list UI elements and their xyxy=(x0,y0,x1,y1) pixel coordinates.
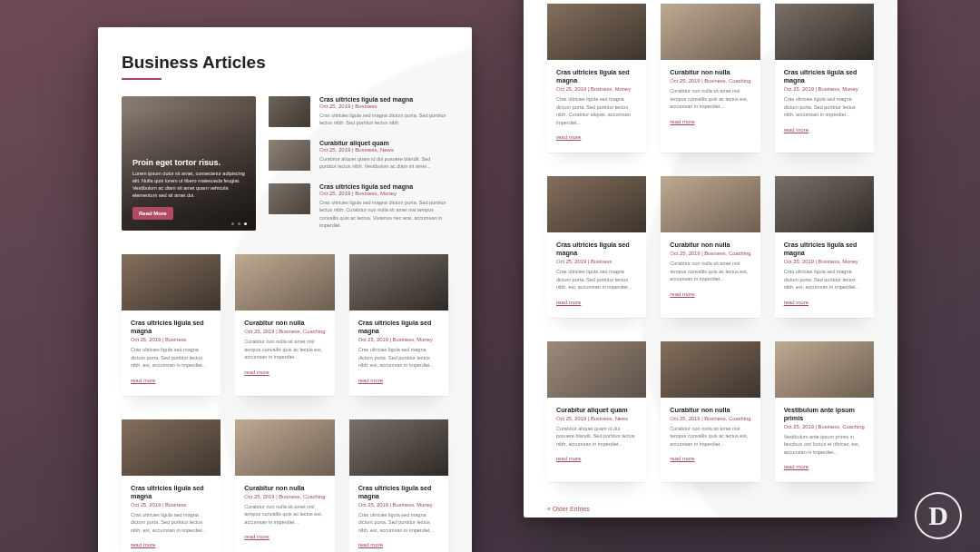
card-thumbnail xyxy=(661,176,760,232)
title-underline xyxy=(122,78,162,80)
item-meta: Oct 25, 2019 | Business, Money xyxy=(319,191,448,196)
article-card[interactable]: Vestibulum ante ipsum primisOct 25, 2019… xyxy=(775,341,874,483)
card-meta: Oct 25, 2019 | Business, Coaching xyxy=(784,424,865,429)
divi-logo-badge: D xyxy=(915,492,962,539)
hero-description: Lorem ipsum dolor sit amet, consectetur … xyxy=(132,171,245,200)
read-more-link[interactable]: read more xyxy=(131,542,155,547)
article-card[interactable]: Curabitur non nullaOct 25, 2019 | Busine… xyxy=(235,419,334,552)
item-excerpt: Cras ultricies ligula sed magna dictum p… xyxy=(319,199,448,229)
article-card[interactable]: Cras ultricies ligula sed magnaOct 25, 2… xyxy=(775,4,874,153)
card-title: Cras ultricies ligula sed magna xyxy=(556,241,637,257)
card-excerpt: Curabitur non nulla sit amet nisl tempus… xyxy=(670,425,750,448)
card-meta: Oct 25, 2019 | Business, Coaching xyxy=(670,416,750,421)
article-card[interactable]: Curabitur aliquet quamOct 25, 2019 | Bus… xyxy=(547,341,646,483)
article-card[interactable]: Cras ultricies ligula sed magnaOct 25, 2… xyxy=(775,176,874,318)
card-meta: Oct 25, 2019 | Business xyxy=(131,502,211,508)
read-more-link[interactable]: read more xyxy=(670,456,694,461)
article-card[interactable]: Curabitur non nullaOct 25, 2019 | Busine… xyxy=(661,4,760,153)
article-card[interactable]: Cras ultricies ligula sed magnaOct 25, 2… xyxy=(349,419,448,552)
card-thumbnail xyxy=(547,176,646,232)
card-thumbnail xyxy=(547,4,646,60)
card-meta: Oct 25, 2019 | Business, Money xyxy=(784,86,865,92)
slider-dots[interactable] xyxy=(231,222,247,225)
read-more-link[interactable]: read more xyxy=(244,534,269,539)
article-card[interactable]: Curabitur non nullaOct 25, 2019 | Busine… xyxy=(661,341,760,483)
article-card[interactable]: Cras ultricies ligula sed magnaOct 25, 2… xyxy=(547,176,646,318)
item-title: Cras ultricies ligula sed magna xyxy=(319,96,448,103)
hero-slider[interactable]: Proin eget tortor risus. Lorem ipsum dol… xyxy=(122,96,256,231)
older-entries-link[interactable]: « Older Entries xyxy=(547,506,874,512)
card-title: Vestibulum ante ipsum primis xyxy=(784,406,865,422)
card-title: Cras ultricies ligula sed magna xyxy=(131,319,211,335)
preview-left: Business Articles Proin eget tortor risu… xyxy=(98,27,472,552)
card-excerpt: Curabitur non nulla sit amet nisl tempus… xyxy=(244,503,325,527)
card-title: Curabitur non nulla xyxy=(670,241,750,249)
card-excerpt: Cras ultricies ligula sed magna dictum p… xyxy=(784,268,865,291)
read-more-link[interactable]: read more xyxy=(670,291,694,297)
card-excerpt: Vestibulum ante ipsum primis in faucibus… xyxy=(784,433,865,457)
read-more-link[interactable]: read more xyxy=(556,456,581,461)
card-excerpt: Cras ultricies ligula sed magna dictum p… xyxy=(358,346,439,370)
list-item[interactable]: Cras ultricies ligula sed magna Oct 25, … xyxy=(269,183,448,229)
card-thumbnail xyxy=(775,4,874,60)
item-excerpt: Curabitur aliquet quam id dui posuere bl… xyxy=(319,155,448,171)
card-meta: Oct 25, 2019 | Business, Coaching xyxy=(670,251,750,256)
article-card[interactable]: Curabitur non nullaOct 25, 2019 | Busine… xyxy=(661,176,760,318)
page-title: Business Articles xyxy=(122,53,448,73)
card-title: Cras ultricies ligula sed magna xyxy=(358,319,439,335)
thumbnail xyxy=(269,140,310,171)
card-title: Curabitur non nulla xyxy=(244,484,325,492)
article-card[interactable]: Curabitur non nullaOct 25, 2019 | Busine… xyxy=(235,254,334,396)
badge-letter: D xyxy=(928,500,948,531)
article-card[interactable]: Cras ultricies ligula sed magnaOct 25, 2… xyxy=(349,254,448,396)
card-meta: Oct 25, 2019 | Business, News xyxy=(556,416,637,421)
card-thumbnail xyxy=(661,4,760,60)
card-title: Cras ultricies ligula sed magna xyxy=(556,68,637,84)
article-grid: Cras ultricies ligula sed magnaOct 25, 2… xyxy=(122,254,448,396)
card-excerpt: Cras ultricies ligula sed magna dictum p… xyxy=(131,346,211,370)
list-item[interactable]: Curabitur aliquet quam Oct 25, 2019 | Bu… xyxy=(269,140,448,171)
read-more-link[interactable]: read more xyxy=(784,464,808,469)
article-grid: Cras ultricies ligula sed magnaOct 25, 2… xyxy=(547,176,874,318)
card-thumbnail xyxy=(349,254,448,310)
card-meta: Oct 25, 2019 | Business, Coaching xyxy=(244,494,325,499)
hero-row: Proin eget tortor risus. Lorem ipsum dol… xyxy=(122,96,448,231)
card-excerpt: Cras ultricies ligula sed magna dictum p… xyxy=(358,511,439,535)
article-card[interactable]: Cras ultricies ligula sed magnaOct 25, 2… xyxy=(122,254,220,396)
card-title: Curabitur non nulla xyxy=(670,406,750,414)
list-item[interactable]: Cras ultricies ligula sed magna Oct 25, … xyxy=(269,96,448,127)
read-more-link[interactable]: read more xyxy=(784,127,808,133)
preview-right: Cras ultricies ligula sed magnaOct 25, 2… xyxy=(524,0,897,518)
read-more-link[interactable]: read more xyxy=(556,300,581,305)
card-excerpt: Cras ultricies ligula sed magna dictum p… xyxy=(556,95,637,126)
article-grid: Cras ultricies ligula sed magnaOct 25, 2… xyxy=(547,4,874,153)
card-meta: Oct 25, 2019 | Business xyxy=(556,259,637,264)
read-more-link[interactable]: read more xyxy=(784,300,808,305)
card-meta: Oct 25, 2019 | Business, Coaching xyxy=(670,78,750,84)
thumbnail xyxy=(269,96,310,127)
card-thumbnail xyxy=(122,254,220,310)
read-more-link[interactable]: read more xyxy=(556,134,581,140)
card-excerpt: Cras ultricies ligula sed magna dictum p… xyxy=(556,268,637,291)
card-meta: Oct 25, 2019 | Business, Coaching xyxy=(244,329,325,334)
hero-read-more-button[interactable]: Read More xyxy=(132,207,173,220)
card-excerpt: Curabitur non nulla sit amet nisl tempus… xyxy=(670,260,750,283)
read-more-link[interactable]: read more xyxy=(131,378,155,383)
article-card[interactable]: Cras ultricies ligula sed magnaOct 25, 2… xyxy=(122,419,220,552)
read-more-link[interactable]: read more xyxy=(244,370,269,375)
item-title: Curabitur aliquet quam xyxy=(319,140,448,146)
card-excerpt: Curabitur non nulla sit amet nisl tempus… xyxy=(244,338,325,361)
item-title: Cras ultricies ligula sed magna xyxy=(319,183,448,190)
card-thumbnail xyxy=(661,341,760,398)
card-thumbnail xyxy=(547,341,646,398)
article-card[interactable]: Cras ultricies ligula sed magnaOct 25, 2… xyxy=(547,4,646,153)
card-meta: Oct 25, 2019 | Business xyxy=(131,337,211,342)
card-thumbnail xyxy=(349,419,448,476)
read-more-link[interactable]: read more xyxy=(358,378,383,383)
card-excerpt: Curabitur non nulla sit amet nisl tempus… xyxy=(670,87,750,111)
read-more-link[interactable]: read more xyxy=(358,542,383,547)
item-meta: Oct 25, 2019 | Business xyxy=(319,104,448,109)
read-more-link[interactable]: read more xyxy=(670,119,694,124)
card-thumbnail xyxy=(122,419,220,476)
article-grid: Curabitur aliquet quamOct 25, 2019 | Bus… xyxy=(547,341,874,483)
